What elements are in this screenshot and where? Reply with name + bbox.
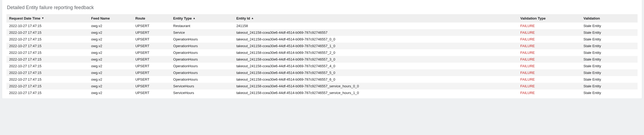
column-header-label: Request Date Time [9,16,40,20]
cell-entity_type: OperationHours [171,43,234,49]
cell-entity_type: OperationHours [171,69,234,76]
report-card: Detailed Entity failure reporting feedba… [2,0,642,98]
cell-validation: Stale Entity [581,83,638,89]
cell-val_type: FAILURE [518,22,581,29]
column-header-label: Feed Name [91,16,110,20]
cell-feed_name: owg.v2 [88,56,133,63]
cell-entity_id: takeout_241158-ccea30e6-44df-4514-b069-7… [234,83,518,89]
column-header-inner[interactable]: Feed Name [91,16,110,20]
table-row[interactable]: 2022-10-27 17:47:15owg.v2UPSERTOperation… [6,43,638,49]
cell-route: UPSERT [133,56,170,63]
cell-route: UPSERT [133,89,170,96]
cell-entity_id: 241158 [234,22,518,29]
cell-request_dt: 2022-10-27 17:47:15 [6,49,88,56]
cell-val_type: FAILURE [518,89,581,96]
column-header-feed_name[interactable]: Feed Name [88,14,133,22]
column-header-entity_type[interactable]: Entity Type▲ [171,14,234,22]
cell-request_dt: 2022-10-27 17:47:15 [6,63,88,69]
column-header-entity_id[interactable]: Entity Id▲ [234,14,518,22]
card-title: Detailed Entity failure reporting feedba… [6,5,638,10]
cell-feed_name: owg.v2 [88,76,133,83]
cell-request_dt: 2022-10-27 17:47:15 [6,56,88,63]
column-header-request_dt[interactable]: Request Date Time▼ [6,14,88,22]
column-header-label: Validation [583,16,600,20]
cell-feed_name: owg.v2 [88,89,133,96]
cell-entity_type: Restaurant [171,22,234,29]
failure-table: Request Date Time▼Feed NameRouteEntity T… [6,14,638,96]
column-header-inner[interactable]: Entity Type▲ [173,16,196,20]
table-row[interactable]: 2022-10-27 17:47:15owg.v2UPSERTOperation… [6,63,638,69]
cell-entity_type: OperationHours [171,49,234,56]
table-row[interactable]: 2022-10-27 17:47:15owg.v2UPSERTOperation… [6,36,638,43]
cell-feed_name: owg.v2 [88,43,133,49]
cell-val_type: FAILURE [518,49,581,56]
cell-val_type: FAILURE [518,69,581,76]
cell-validation: Stale Entity [581,36,638,43]
cell-request_dt: 2022-10-27 17:47:15 [6,43,88,49]
cell-entity_type: OperationHours [171,36,234,43]
cell-entity_id: takeout_241158-ccea30e6-44df-4514-b069-7… [234,76,518,83]
cell-validation: Stale Entity [581,43,638,49]
cell-feed_name: owg.v2 [88,63,133,69]
cell-route: UPSERT [133,29,170,36]
cell-feed_name: owg.v2 [88,36,133,43]
cell-feed_name: owg.v2 [88,29,133,36]
cell-request_dt: 2022-10-27 17:47:15 [6,89,88,96]
cell-route: UPSERT [133,36,170,43]
cell-entity_type: OperationHours [171,63,234,69]
table-row[interactable]: 2022-10-27 17:47:15owg.v2UPSERTServiceHo… [6,83,638,89]
column-header-inner[interactable]: Validation [583,16,600,20]
table-row[interactable]: 2022-10-27 17:47:15owg.v2UPSERTServiceta… [6,29,638,36]
cell-route: UPSERT [133,69,170,76]
column-header-label: Validation Type [520,16,545,20]
cell-validation: Stale Entity [581,49,638,56]
cell-validation: Stale Entity [581,22,638,29]
cell-entity_id: takeout_241158-ccea30e6-44df-4514-b069-7… [234,69,518,76]
cell-val_type: FAILURE [518,83,581,89]
cell-feed_name: owg.v2 [88,49,133,56]
cell-route: UPSERT [133,83,170,89]
column-header-label: Route [135,16,145,20]
cell-entity_id: takeout_241158-ccea30e6-44df-4514-b069-7… [234,43,518,49]
cell-entity_id: takeout_241158-ccea30e6-44df-4514-b069-7… [234,89,518,96]
cell-validation: Stale Entity [581,69,638,76]
table-row[interactable]: 2022-10-27 17:47:15owg.v2UPSERTOperation… [6,69,638,76]
cell-route: UPSERT [133,22,170,29]
table-body: 2022-10-27 17:47:15owg.v2UPSERTRestauran… [6,22,638,96]
column-header-inner[interactable]: Validation Type [520,16,545,20]
cell-feed_name: owg.v2 [88,22,133,29]
cell-entity_id: takeout_241158-ccea30e6-44df-4514-b069-7… [234,49,518,56]
cell-feed_name: owg.v2 [88,69,133,76]
column-header-val_type[interactable]: Validation Type [518,14,581,22]
column-header-inner[interactable]: Request Date Time▼ [9,16,44,20]
cell-validation: Stale Entity [581,76,638,83]
cell-val_type: FAILURE [518,43,581,49]
table-header-row: Request Date Time▼Feed NameRouteEntity T… [6,14,638,22]
cell-entity_type: ServiceHours [171,83,234,89]
sort-asc-icon: ▲ [193,17,196,20]
cell-entity_type: OperationHours [171,76,234,83]
cell-entity_id: takeout_241158-ccea30e6-44df-4514-b069-7… [234,63,518,69]
column-header-label: Entity Id [236,16,250,20]
table-row[interactable]: 2022-10-27 17:47:15owg.v2UPSERTOperation… [6,56,638,63]
cell-request_dt: 2022-10-27 17:47:15 [6,69,88,76]
table-row[interactable]: 2022-10-27 17:47:15owg.v2UPSERTRestauran… [6,22,638,29]
table-row[interactable]: 2022-10-27 17:47:15owg.v2UPSERTServiceHo… [6,89,638,96]
column-header-inner[interactable]: Entity Id▲ [236,16,254,20]
table-row[interactable]: 2022-10-27 17:47:15owg.v2UPSERTOperation… [6,49,638,56]
column-header-validation[interactable]: Validation [581,14,638,22]
cell-entity_type: OperationHours [171,56,234,63]
sort-asc-icon: ▲ [251,17,254,20]
column-header-label: Entity Type [173,16,192,20]
cell-route: UPSERT [133,63,170,69]
table-row[interactable]: 2022-10-27 17:47:15owg.v2UPSERTOperation… [6,76,638,83]
cell-val_type: FAILURE [518,56,581,63]
cell-request_dt: 2022-10-27 17:47:15 [6,29,88,36]
cell-route: UPSERT [133,43,170,49]
cell-route: UPSERT [133,76,170,83]
cell-feed_name: owg.v2 [88,83,133,89]
column-header-inner[interactable]: Route [135,16,145,20]
cell-entity_id: takeout_241158-ccea30e6-44df-4514-b069-7… [234,36,518,43]
cell-validation: Stale Entity [581,56,638,63]
column-header-route[interactable]: Route [133,14,170,22]
